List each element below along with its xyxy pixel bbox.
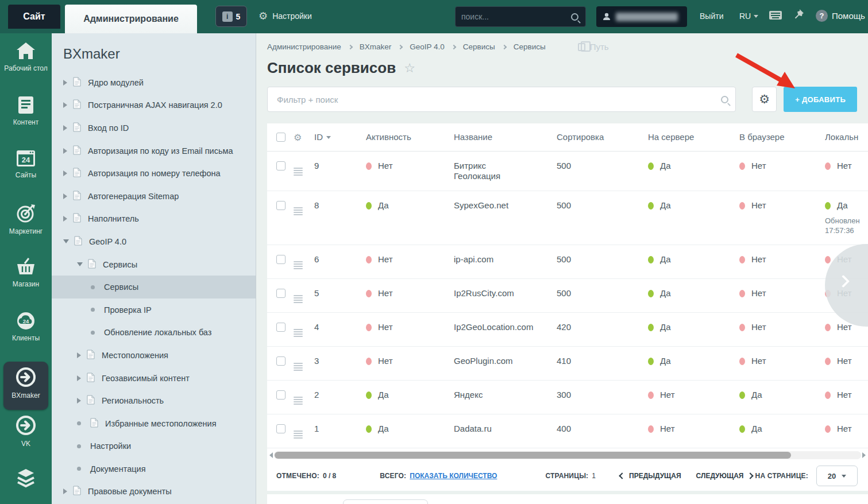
scrollbar-thumb[interactable]: [275, 452, 791, 459]
menu-item[interactable]: Сервисы: [52, 253, 256, 276]
expand-arrow-icon[interactable]: [63, 489, 67, 494]
column-header-sort[interactable]: Сортировка: [557, 123, 648, 150]
column-header-local[interactable]: Локальн: [825, 123, 868, 150]
menu-item[interactable]: Региональность: [52, 389, 256, 412]
menu-item[interactable]: Настройки: [52, 435, 256, 458]
menu-item[interactable]: Постраничная AJAX навигация 2.0: [52, 94, 256, 117]
scrollbar-track[interactable]: [274, 451, 861, 459]
rail-item-bxmaker[interactable]: BXmaker: [3, 362, 48, 410]
rail-item-shop[interactable]: Магазин: [3, 257, 48, 301]
breadcrumb-item[interactable]: Администрирование: [267, 42, 341, 51]
help-button[interactable]: Помощь: [816, 10, 865, 22]
user-icon: [602, 12, 611, 21]
rail-item-desktop[interactable]: Рабочий стол: [3, 41, 48, 85]
menu-item[interactable]: Авторизация по коду из Email письма: [52, 139, 256, 162]
notifications-badge[interactable]: 5: [215, 6, 247, 27]
expand-arrow-icon[interactable]: [77, 375, 81, 381]
hotkeys-icon[interactable]: [769, 10, 782, 24]
menu-item[interactable]: Вход по ID: [52, 117, 256, 139]
expand-arrow-icon[interactable]: [63, 148, 67, 154]
drag-handle-icon[interactable]: [294, 397, 303, 405]
filter-search-input[interactable]: [268, 95, 721, 104]
row-checkbox[interactable]: [276, 390, 286, 400]
menu-item[interactable]: Геозависимый контент: [52, 367, 256, 390]
expand-arrow-icon[interactable]: [63, 170, 67, 176]
expand-arrow-icon[interactable]: [63, 102, 67, 108]
expand-arrow-icon[interactable]: [63, 125, 67, 131]
drag-handle-icon[interactable]: [294, 295, 303, 303]
expand-arrow-icon[interactable]: [63, 80, 67, 86]
menu-item[interactable]: Наполнитель: [52, 208, 256, 231]
menu-item[interactable]: Правовые документы: [52, 480, 256, 503]
drag-handle-icon[interactable]: [294, 363, 303, 371]
scroll-left-arrow[interactable]: [269, 452, 273, 458]
menu-item[interactable]: Автогенерация Sitemap: [52, 185, 256, 208]
pin-icon[interactable]: [793, 8, 805, 24]
breadcrumb-item[interactable]: GeoIP 4.0: [410, 42, 445, 51]
actions-dropdown[interactable]: - ДЕЙСТВИЯ -: [343, 499, 428, 504]
expand-arrow-icon[interactable]: [77, 352, 81, 358]
menu-item[interactable]: Проверка IP: [52, 298, 256, 321]
breadcrumb-item[interactable]: Сервисы: [514, 42, 546, 51]
drag-handle-icon[interactable]: [294, 207, 303, 215]
select-all-checkbox[interactable]: [276, 133, 286, 142]
row-checkbox[interactable]: [276, 289, 286, 298]
status-dot-icon: [739, 162, 745, 170]
prev-page-button[interactable]: ПРЕДЫДУЩАЯ: [620, 472, 681, 480]
row-checkbox[interactable]: [276, 201, 286, 210]
favorite-star-icon[interactable]: [404, 61, 415, 76]
user-menu[interactable]: [596, 6, 687, 27]
menu-item[interactable]: Документация: [52, 458, 256, 480]
breadcrumb-item[interactable]: Сервисы: [463, 42, 495, 51]
column-header-name[interactable]: Название: [454, 123, 557, 150]
menu-item[interactable]: Обновление локальных баз: [52, 321, 256, 344]
expand-arrow-icon[interactable]: [77, 398, 81, 404]
column-header-browser[interactable]: В браузере: [739, 123, 825, 150]
drag-handle-icon[interactable]: [294, 261, 303, 269]
search-icon[interactable]: [571, 13, 578, 21]
column-header-id[interactable]: ID: [314, 123, 366, 150]
topbar-search-input[interactable]: [456, 12, 571, 21]
search-icon[interactable]: [721, 96, 728, 103]
breadcrumb-item[interactable]: BXmaker: [360, 42, 392, 51]
show-count-link[interactable]: ПОКАЗАТЬ КОЛИЧЕСТВО: [410, 472, 497, 480]
tab-administration[interactable]: Администрирование: [65, 5, 197, 33]
menu-item[interactable]: Сервисы: [52, 276, 256, 298]
rail-item-clients[interactable]: 24 Клиенты: [3, 311, 48, 355]
logout-link[interactable]: Выйти: [700, 11, 723, 21]
copy-path-button[interactable]: Путь: [578, 42, 609, 52]
drag-handle-icon[interactable]: [294, 329, 303, 337]
row-checkbox[interactable]: [276, 323, 286, 332]
menu-item[interactable]: Местоположения: [52, 344, 256, 367]
rail-item-vk[interactable]: VK: [3, 414, 48, 458]
tab-site[interactable]: Сайт: [8, 5, 60, 29]
rail-item-marketing[interactable]: Маркетинг: [3, 203, 48, 247]
rail-item-layers[interactable]: [3, 468, 48, 504]
menu-item[interactable]: Избранные местоположения: [52, 412, 256, 435]
per-page-select[interactable]: 20: [816, 466, 858, 486]
row-checkbox[interactable]: [276, 255, 286, 264]
expand-arrow-icon[interactable]: [63, 216, 67, 222]
collapse-arrow-icon[interactable]: [77, 262, 83, 266]
expand-arrow-icon[interactable]: [63, 193, 67, 199]
grid-settings-button[interactable]: [752, 87, 777, 112]
scroll-right-arrow[interactable]: [862, 452, 866, 458]
collapse-arrow-icon[interactable]: [63, 239, 69, 243]
column-header-active[interactable]: Активность: [366, 123, 454, 150]
menu-item[interactable]: Авторизация по номеру телефона: [52, 162, 256, 185]
menu-item[interactable]: Ядро модулей: [52, 71, 256, 94]
next-page-button[interactable]: СЛЕДУЮЩАЯ: [696, 472, 753, 480]
drag-handle-icon[interactable]: [294, 168, 303, 176]
rail-item-sites[interactable]: 24 Сайты: [3, 149, 48, 193]
header-settings[interactable]: [294, 123, 314, 151]
row-checkbox[interactable]: [276, 424, 286, 433]
topbar-settings-button[interactable]: Настройки: [259, 10, 312, 22]
rail-item-content[interactable]: Контент: [3, 95, 48, 139]
language-selector[interactable]: RU: [739, 11, 758, 21]
column-header-server[interactable]: На сервере: [648, 123, 739, 150]
add-button[interactable]: + ДОБАВИТЬ: [784, 87, 857, 112]
menu-item[interactable]: GeoIP 4.0: [52, 230, 256, 253]
row-checkbox[interactable]: [276, 356, 286, 366]
row-checkbox[interactable]: [276, 161, 286, 170]
drag-handle-icon[interactable]: [294, 431, 303, 439]
